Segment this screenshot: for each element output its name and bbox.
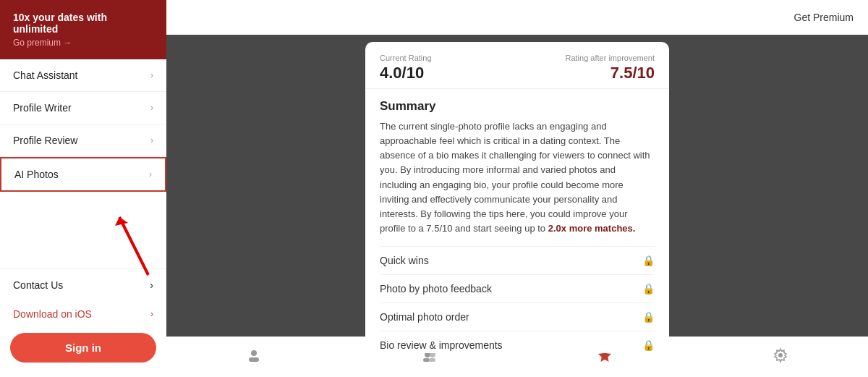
svg-rect-7 (429, 358, 435, 362)
section-label: Bio review & improvements (380, 339, 503, 351)
section-bio-review: Bio review & improvements 🔒 (380, 331, 655, 353)
promo-link[interactable]: Go premium → (13, 38, 153, 48)
sidebar-item-label: Chat Assistant (13, 69, 78, 81)
current-rating-label: Current Rating (380, 54, 432, 62)
chevron-right-icon: › (150, 309, 153, 319)
sidebar-item-ai-photos[interactable]: AI Photos › (0, 157, 166, 192)
get-premium-button[interactable]: Get Premium (794, 12, 854, 23)
summary-highlight: 2.0x more matches. (548, 223, 636, 234)
settings-nav-icon (773, 347, 788, 367)
svg-rect-2 (249, 357, 259, 362)
modal-overlay: × Current Rating 4.0/10 Rating after imp… (166, 35, 868, 336)
lock-icon: 🔒 (642, 339, 655, 351)
sidebar-bottom: Contact Us › Download on iOS › Sign in (0, 268, 166, 377)
after-rating-label: Rating after improvement (566, 54, 655, 62)
section-photo-order: Optimal photo order 🔒 (380, 302, 655, 331)
rating-after: Rating after improvement 7.5/10 (566, 54, 655, 82)
download-label: Download on iOS (13, 308, 92, 320)
sidebar: 10x your dates with unlimited Go premium… (0, 0, 166, 377)
chevron-right-icon: › (150, 70, 153, 80)
modal-rating-bar: Current Rating 4.0/10 Rating after impro… (365, 42, 669, 89)
bottom-nav-profile[interactable] (246, 347, 262, 367)
chevron-right-icon: › (150, 279, 153, 291)
sidebar-promo[interactable]: 10x your dates with unlimited Go premium… (0, 0, 166, 59)
rating-current: Current Rating 4.0/10 (380, 54, 432, 82)
section-label: Photo by photo feedback (380, 283, 492, 295)
summary-text-main: The current single-photo profile lacks a… (380, 121, 650, 234)
chevron-right-icon: › (150, 135, 153, 145)
section-label: Quick wins (380, 255, 429, 266)
sidebar-item-profile-writer[interactable]: Profile Writer › (0, 92, 166, 124)
section-label: Optimal photo order (380, 311, 469, 323)
contact-label: Contact Us (13, 279, 63, 291)
svg-rect-6 (423, 358, 430, 362)
svg-point-9 (778, 353, 783, 357)
section-photo-feedback: Photo by photo feedback 🔒 (380, 274, 655, 302)
lock-icon: 🔒 (642, 311, 655, 323)
chevron-right-icon: › (149, 169, 152, 179)
sidebar-item-profile-review[interactable]: Profile Review › (0, 124, 166, 157)
signin-button[interactable]: Sign in (10, 333, 156, 363)
summary-title: Summary (380, 99, 655, 114)
lock-icon: 🔒 (642, 255, 655, 266)
sidebar-item-label: Profile Writer (13, 102, 72, 114)
promo-title: 10x your dates with unlimited (13, 12, 153, 35)
section-quick-wins: Quick wins 🔒 (380, 246, 655, 274)
current-rating-value: 4.0/10 (380, 64, 432, 82)
sidebar-item-label: Profile Review (13, 135, 77, 146)
svg-point-3 (251, 350, 257, 356)
sidebar-nav: Chat Assistant › Profile Writer › Profil… (0, 59, 166, 268)
modal-body: Summary The current single-photo profile… (365, 89, 669, 353)
bottom-nav-settings[interactable] (773, 347, 788, 367)
download-ios-item[interactable]: Download on iOS › (0, 301, 166, 327)
contact-us-item[interactable]: Contact Us › (0, 268, 166, 301)
modal-card: × Current Rating 4.0/10 Rating after imp… (365, 42, 669, 353)
lock-icon: 🔒 (642, 283, 655, 295)
sidebar-item-label: AI Photos (14, 169, 59, 180)
sidebar-item-chat-assistant[interactable]: Chat Assistant › (0, 59, 166, 92)
summary-text: The current single-photo profile lacks a… (380, 119, 655, 236)
after-rating-value: 7.5/10 (566, 64, 655, 82)
chevron-right-icon: › (150, 103, 153, 113)
profile-nav-icon (246, 347, 262, 367)
